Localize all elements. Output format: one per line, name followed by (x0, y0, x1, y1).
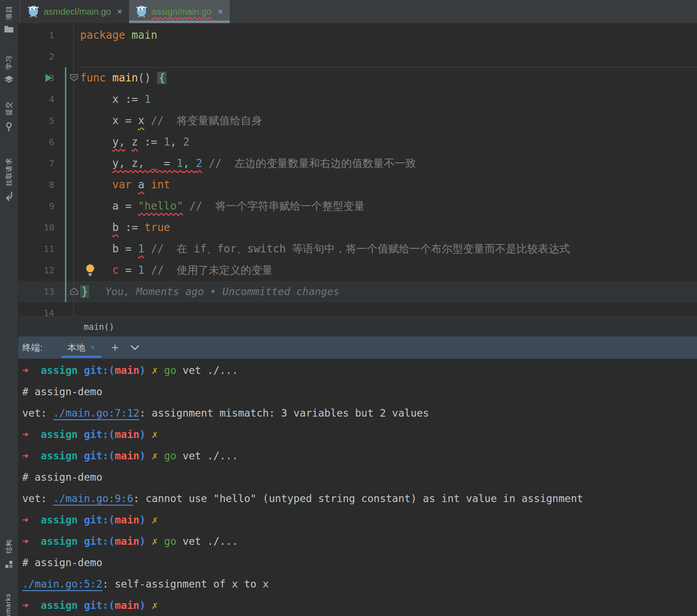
line-number: 10 (18, 217, 54, 238)
close-icon[interactable]: ✕ (117, 8, 122, 16)
code-line[interactable]: 2 (18, 46, 697, 67)
code-editor[interactable]: 1package main23func main() {4 x := 15 x … (18, 23, 697, 316)
code-line[interactable]: 9 a = "hello" // 将一个字符串赋给一个整型变量 (18, 195, 697, 217)
sidebar-item-label: 学习 (5, 55, 13, 69)
code-text: func main() { (80, 67, 166, 89)
sidebar-item-label: 拉取请求 (5, 158, 13, 186)
breadcrumb-bar: main() (18, 316, 697, 337)
code-text: var a int (80, 174, 170, 195)
fold-end-icon[interactable] (70, 288, 78, 295)
code-text: }You, Moments ago • Uncommitted changes (80, 281, 340, 302)
line-number: 6 (18, 131, 54, 153)
terminal-tab-label: 本地 (68, 342, 85, 354)
code-text: y, z, _ = 1, 2 // 左边的变量数量和右边的值数量不一致 (80, 153, 416, 174)
code-line[interactable]: 7 y, z, _ = 1, 2 // 左边的变量数量和右边的值数量不一致 (18, 153, 697, 174)
code-text: a = "hello" // 将一个字符串赋给一个整型变量 (80, 195, 365, 217)
tab-filename: asmdecl/main.go (44, 7, 111, 17)
sidebar-item-bookmarks[interactable]: Bookmarks (4, 593, 12, 616)
sidebar-item-structure[interactable]: 结构 (0, 535, 18, 569)
editor-tabs: asmdecl/main.go✕assign/main.go✕ (18, 0, 697, 23)
terminal-tab-local[interactable]: 本地 ✕ (61, 336, 102, 359)
code-line[interactable]: 11 b = 1 // 在 if、for、switch 等语句中，将一个值赋给一… (18, 238, 697, 259)
editor-tab-asmdecl[interactable]: asmdecl/main.go✕ (21, 0, 129, 23)
chevron-down-icon[interactable] (130, 345, 139, 350)
line-number: 7 (18, 153, 54, 174)
code-line[interactable]: 6 y, z := 1, 2 (18, 131, 697, 153)
file-link[interactable]: ./main.go:5:2 (22, 578, 102, 590)
line-number: 9 (18, 195, 54, 217)
terminal-line: # assign-demo (18, 466, 697, 488)
line-number: 11 (18, 238, 54, 259)
vcs-inline-annotation: You, Moments ago • Uncommitted changes (105, 286, 339, 297)
line-number: 4 (18, 89, 54, 110)
sidebar-item-learn[interactable]: 学习 (0, 53, 18, 85)
line-number: 2 (18, 46, 54, 67)
code-text: x = x // 将变量赋值给自身 (80, 110, 262, 131)
code-text: package main (80, 24, 157, 46)
file-link[interactable]: ./main.go:7:12 (53, 407, 139, 419)
terminal-line: # assign-demo (18, 381, 697, 402)
line-number: 14 (18, 302, 54, 316)
terminal-line: ➜ assign git:(main) ✗ go vet ./... (18, 445, 697, 466)
sidebar-item-label: 项目 (5, 5, 13, 20)
sidebar-item-project[interactable]: 项目 (0, 3, 18, 33)
line-number: 5 (18, 110, 54, 131)
sidebar-item-label: 提交 (5, 101, 13, 115)
code-line[interactable]: 1package main (18, 24, 697, 46)
terminal-line: # assign-demo (18, 552, 697, 573)
commit-icon (4, 121, 14, 132)
file-link[interactable]: ./main.go:9:6 (53, 493, 133, 504)
code-text: b := true (80, 217, 170, 238)
terminal-line: ➜ assign git:(main) ✗ go vet ./... (18, 531, 697, 552)
sidebar-item-pull-requests[interactable]: 拉取请求 (0, 155, 18, 201)
code-text: y, z := 1, 2 (80, 131, 190, 153)
structure-icon (4, 560, 13, 569)
goland-ide-window: { "colors": { "accent_blue": "#3E76C8", … (0, 0, 697, 616)
terminal-line: vet: ./main.go:9:6: cannot use "hello" (… (18, 488, 697, 509)
gutter-separator (73, 23, 74, 316)
code-line[interactable]: 8 var a int (18, 174, 697, 195)
go-gopher-icon (135, 4, 148, 19)
terminal-line: ➜ assign git:(main) ✗ go vet ./... (18, 360, 697, 381)
pull-request-icon (4, 191, 14, 201)
terminal-output[interactable]: ➜ assign git:(main) ✗ go vet ./...# assi… (18, 359, 697, 616)
terminal-line: ➜ assign git:(main) ✗ (18, 595, 697, 616)
terminal-line: ./main.go:5:2: self-assignment of x to x (18, 573, 697, 595)
intention-bulb-icon[interactable] (85, 264, 95, 276)
code-text: x := 1 (80, 89, 151, 110)
sidebar-item-commit[interactable]: 提交 (0, 98, 18, 132)
line-number: 12 (18, 259, 54, 281)
go-gopher-icon (27, 4, 40, 19)
code-text: c = 1 // 使用了未定义的变量 (80, 259, 273, 281)
code-line[interactable]: 5 x = x // 将变量赋值给自身 (18, 110, 697, 131)
editor-tab-assign[interactable]: assign/main.go✕ (129, 0, 230, 23)
run-button[interactable] (45, 74, 52, 82)
line-number: 8 (18, 174, 54, 195)
close-icon[interactable]: ✕ (217, 8, 223, 16)
fold-start-icon[interactable] (70, 74, 78, 81)
left-toolwindow-stripe: 项目学习提交拉取请求结构Bookmarks (0, 0, 18, 616)
tab-filename: assign/main.go (152, 7, 212, 17)
sidebar-item-label: 结构 (5, 539, 13, 553)
terminal-title: 终端: (22, 342, 43, 354)
code-line[interactable]: 13}You, Moments ago • Uncommitted change… (18, 281, 697, 302)
code-line[interactable]: 10 b := true (18, 217, 697, 238)
line-number: 1 (18, 24, 54, 46)
code-text: b = 1 // 在 if、for、switch 等语句中，将一个值赋给一个布尔… (80, 238, 570, 259)
folder-icon (4, 25, 14, 33)
terminal-line: vet: ./main.go:7:12: assignment mismatch… (18, 402, 697, 424)
line-number: 13 (18, 281, 54, 302)
code-line[interactable]: 3func main() { (18, 67, 697, 89)
breadcrumb-main[interactable]: main() (84, 322, 114, 332)
terminal-header: 终端: 本地 ✕ + (18, 336, 697, 359)
code-line[interactable]: 4 x := 1 (18, 89, 697, 110)
code-line[interactable]: 12 c = 1 // 使用了未定义的变量 (18, 259, 697, 281)
terminal-line: ➜ assign git:(main) ✗ (18, 424, 697, 445)
code-line[interactable]: 14 (18, 302, 697, 316)
vcs-added-marker (65, 67, 66, 302)
terminal-line: ➜ assign git:(main) ✗ (18, 509, 697, 531)
close-icon[interactable]: ✕ (90, 344, 96, 352)
learn-icon (4, 75, 14, 85)
method-separator (80, 67, 697, 68)
